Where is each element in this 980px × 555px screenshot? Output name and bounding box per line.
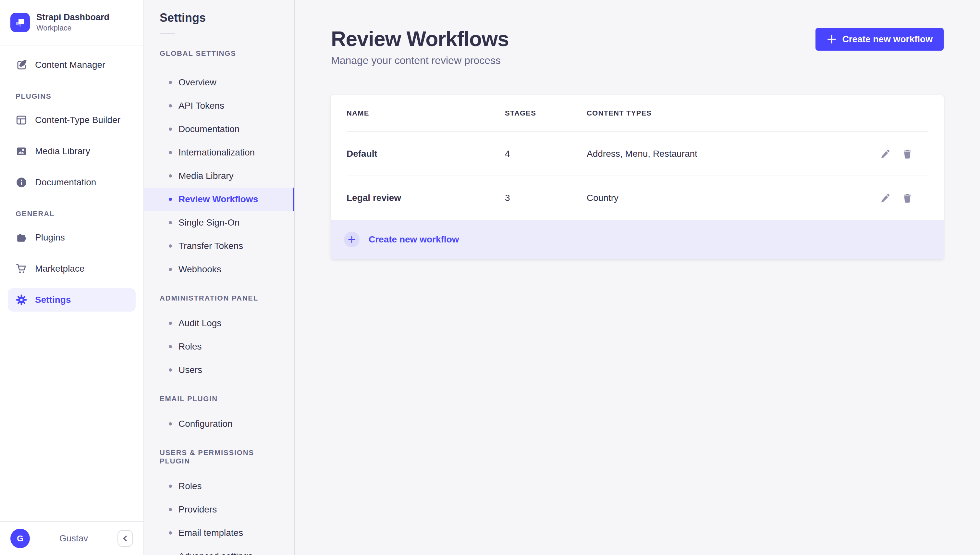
sidebar-item-plugins[interactable]: Plugins — [8, 226, 136, 249]
sidebar-item-label: Settings — [35, 295, 71, 305]
subnav-item-overview[interactable]: Overview — [144, 71, 294, 94]
subnav-item-single-sign-on[interactable]: Single Sign-On — [144, 211, 294, 234]
subnav-item-admin-roles[interactable]: Roles — [144, 335, 294, 358]
feather-pen-icon — [16, 59, 27, 71]
table-footer-create-workflow[interactable]: Create new workflow — [331, 220, 944, 259]
sidebar-item-label: Plugins — [35, 233, 65, 243]
subnav-item-documentation[interactable]: Documentation — [144, 117, 294, 141]
subnav-section-users-permissions-plugin: USERS & PERMISSIONS PLUGIN — [160, 449, 279, 465]
trash-icon — [902, 193, 913, 203]
table-row-legal-review[interactable]: Legal review 3 Country — [331, 176, 944, 220]
pencil-icon — [880, 149, 890, 159]
subnav-section-global-settings: GLOBAL SETTINGS — [160, 49, 279, 58]
subnav-item-up-email-templates[interactable]: Email templates — [144, 521, 294, 545]
column-header-name: NAME — [331, 109, 505, 117]
subnav-section-administration-panel: ADMINISTRATION PANEL — [160, 294, 279, 303]
table-header-row: NAME STAGES CONTENT TYPES — [331, 95, 944, 132]
workspace-subtitle: Workplace — [36, 24, 109, 32]
info-circle-icon — [16, 176, 27, 188]
sidebar-item-label: Content-Type Builder — [35, 115, 120, 125]
subnav-item-review-workflows[interactable]: Review Workflows — [144, 188, 294, 211]
sidebar-item-label: Documentation — [35, 177, 96, 188]
main-content: Review Workflows Manage your content rev… — [295, 0, 980, 555]
edit-workflow-button[interactable] — [880, 149, 890, 159]
column-header-content-types: CONTENT TYPES — [587, 109, 840, 117]
nav-section-plugins: PLUGINS — [16, 92, 128, 101]
settings-subnav: Settings GLOBAL SETTINGS Overview API To… — [144, 0, 295, 555]
workflows-table: NAME STAGES CONTENT TYPES Default 4 Addr… — [331, 95, 944, 259]
delete-workflow-button[interactable] — [902, 193, 913, 203]
delete-workflow-button[interactable] — [902, 149, 913, 159]
main-sidebar: Strapi Dashboard Workplace Content Manag… — [0, 0, 144, 555]
sidebar-item-documentation[interactable]: Documentation — [8, 171, 136, 194]
trash-icon — [902, 149, 913, 159]
subnav-item-internationalization[interactable]: Internationalization — [144, 141, 294, 164]
subnav-title: Settings — [160, 11, 294, 25]
create-workflow-button[interactable]: Create new workflow — [815, 28, 944, 51]
subnav-item-up-roles[interactable]: Roles — [144, 475, 294, 498]
chevron-left-icon — [122, 534, 129, 542]
subnav-item-email-configuration[interactable]: Configuration — [144, 412, 294, 436]
subnav-item-admin-users[interactable]: Users — [144, 358, 294, 382]
collapse-sidebar-button[interactable] — [117, 530, 133, 547]
picture-icon — [16, 145, 27, 157]
subnav-item-transfer-tokens[interactable]: Transfer Tokens — [144, 234, 294, 258]
column-header-stages: STAGES — [505, 109, 587, 117]
subnav-item-webhooks[interactable]: Webhooks — [144, 258, 294, 281]
sidebar-item-settings[interactable]: Settings — [8, 288, 136, 311]
create-workflow-button-label: Create new workflow — [842, 34, 933, 45]
subnav-item-up-advanced-settings[interactable]: Advanced settings — [144, 545, 294, 555]
workflow-content-types: Address, Menu, Restaurant — [587, 149, 840, 159]
user-name: Gustav — [30, 533, 117, 544]
workflow-name: Default — [331, 149, 505, 159]
workflow-stages: 4 — [505, 149, 587, 159]
strapi-logo-icon — [10, 13, 30, 32]
plus-icon — [826, 34, 837, 45]
workspace-title: Strapi Dashboard — [36, 12, 109, 22]
sidebar-item-label: Marketplace — [35, 263, 85, 274]
pencil-icon — [880, 193, 890, 203]
sidebar-item-label: Media Library — [35, 146, 90, 156]
main-nav: Content Manager PLUGINS Content-Type Bui… — [0, 53, 143, 311]
plus-circle-icon — [344, 232, 360, 247]
divider — [160, 33, 175, 34]
table-row-default[interactable]: Default 4 Address, Menu, Restaurant — [331, 132, 944, 176]
sidebar-item-label: Content Manager — [35, 60, 105, 70]
layout-grid-icon — [16, 114, 27, 126]
workflow-stages: 3 — [505, 193, 587, 203]
avatar[interactable]: G — [10, 529, 30, 548]
subnav-item-api-tokens[interactable]: API Tokens — [144, 94, 294, 117]
subnav-section-email-plugin: EMAIL PLUGIN — [160, 395, 279, 403]
subnav-item-media-library[interactable]: Media Library — [144, 164, 294, 188]
workflow-content-types: Country — [587, 193, 840, 203]
page-subtitle: Manage your content review process — [331, 55, 944, 67]
subnav-item-audit-logs[interactable]: Audit Logs — [144, 311, 294, 335]
subnav-item-up-providers[interactable]: Providers — [144, 498, 294, 521]
gear-icon — [16, 294, 27, 306]
nav-section-general: GENERAL — [16, 210, 128, 218]
sidebar-item-marketplace[interactable]: Marketplace — [8, 257, 136, 281]
edit-workflow-button[interactable] — [880, 193, 890, 203]
footer-create-workflow-label: Create new workflow — [368, 234, 459, 245]
shopping-cart-icon — [16, 263, 27, 274]
workspace-switcher[interactable]: Strapi Dashboard Workplace — [0, 0, 143, 45]
puzzle-icon — [16, 232, 27, 244]
workflow-name: Legal review — [331, 193, 505, 203]
sidebar-item-media-library[interactable]: Media Library — [8, 140, 136, 163]
sidebar-item-content-manager[interactable]: Content Manager — [8, 53, 136, 77]
user-bar: G Gustav — [0, 521, 143, 555]
sidebar-item-content-type-builder[interactable]: Content-Type Builder — [8, 108, 136, 132]
